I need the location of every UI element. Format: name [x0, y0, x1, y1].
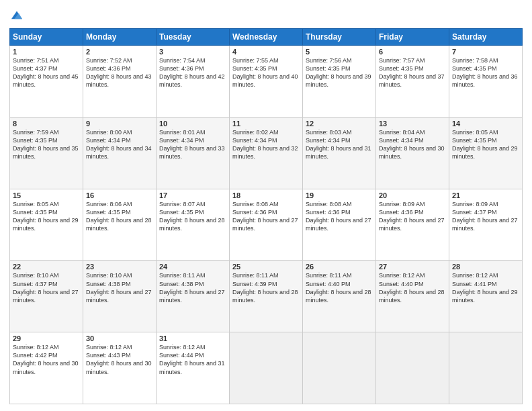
calendar-table: SundayMondayTuesdayWednesdayThursdayFrid…	[9, 28, 523, 404]
day-number: 22	[13, 263, 80, 271]
day-info: Sunrise: 8:02 AMSunset: 4:34 PMDaylight:…	[232, 128, 300, 161]
day-cell-26: 26Sunrise: 8:11 AMSunset: 4:40 PMDayligh…	[303, 261, 376, 332]
day-cell-5: 5Sunrise: 7:56 AMSunset: 4:35 PMDaylight…	[303, 46, 376, 118]
day-number: 30	[86, 334, 153, 342]
day-number: 7	[452, 48, 519, 56]
day-info: Sunrise: 8:04 AMSunset: 4:34 PMDaylight:…	[379, 128, 446, 161]
day-info: Sunrise: 7:55 AMSunset: 4:35 PMDaylight:…	[232, 56, 300, 89]
week-row-4: 22Sunrise: 8:10 AMSunset: 4:37 PMDayligh…	[10, 261, 523, 332]
day-info: Sunrise: 7:54 AMSunset: 4:36 PMDaylight:…	[159, 56, 226, 89]
day-number: 6	[379, 48, 446, 56]
day-cell-15: 15Sunrise: 8:05 AMSunset: 4:35 PMDayligh…	[10, 189, 83, 261]
day-number: 29	[13, 334, 80, 342]
day-info: Sunrise: 7:56 AMSunset: 4:35 PMDaylight:…	[306, 56, 373, 89]
page: SundayMondayTuesdayWednesdayThursdayFrid…	[0, 0, 532, 411]
day-info: Sunrise: 8:10 AMSunset: 4:38 PMDaylight:…	[86, 271, 153, 304]
day-info: Sunrise: 7:59 AMSunset: 4:35 PMDaylight:…	[13, 128, 80, 161]
weekday-header-sunday: Sunday	[10, 29, 83, 46]
day-cell-3: 3Sunrise: 7:54 AMSunset: 4:36 PMDaylight…	[157, 46, 230, 118]
day-number: 2	[86, 48, 153, 56]
day-number: 9	[86, 120, 153, 128]
day-cell-27: 27Sunrise: 8:12 AMSunset: 4:40 PMDayligh…	[376, 261, 449, 332]
week-row-5: 29Sunrise: 8:12 AMSunset: 4:42 PMDayligh…	[10, 332, 523, 404]
weekday-header-row: SundayMondayTuesdayWednesdayThursdayFrid…	[10, 29, 523, 46]
day-number: 21	[452, 191, 519, 199]
day-info: Sunrise: 8:00 AMSunset: 4:34 PMDaylight:…	[86, 128, 153, 161]
weekday-header-friday: Friday	[376, 29, 449, 46]
day-number: 1	[13, 48, 80, 56]
day-cell-31: 31Sunrise: 8:12 AMSunset: 4:44 PMDayligh…	[157, 332, 230, 404]
day-cell-11: 11Sunrise: 8:02 AMSunset: 4:34 PMDayligh…	[230, 117, 303, 189]
day-info: Sunrise: 8:06 AMSunset: 4:35 PMDaylight:…	[86, 200, 153, 233]
empty-cell	[449, 332, 523, 404]
empty-cell	[230, 332, 303, 404]
day-cell-12: 12Sunrise: 8:03 AMSunset: 4:34 PMDayligh…	[303, 117, 376, 189]
day-cell-16: 16Sunrise: 8:06 AMSunset: 4:35 PMDayligh…	[83, 189, 157, 261]
day-cell-2: 2Sunrise: 7:52 AMSunset: 4:36 PMDaylight…	[83, 46, 157, 118]
day-cell-8: 8Sunrise: 7:59 AMSunset: 4:35 PMDaylight…	[10, 117, 83, 189]
day-number: 4	[232, 48, 300, 56]
day-cell-25: 25Sunrise: 8:11 AMSunset: 4:39 PMDayligh…	[230, 261, 303, 332]
day-info: Sunrise: 8:05 AMSunset: 4:35 PMDaylight:…	[452, 128, 519, 161]
day-info: Sunrise: 8:05 AMSunset: 4:35 PMDaylight:…	[13, 200, 80, 233]
day-info: Sunrise: 8:07 AMSunset: 4:35 PMDaylight:…	[159, 200, 226, 233]
day-number: 14	[452, 120, 519, 128]
day-number: 12	[306, 120, 373, 128]
day-number: 15	[13, 191, 80, 199]
day-cell-13: 13Sunrise: 8:04 AMSunset: 4:34 PMDayligh…	[376, 117, 449, 189]
day-info: Sunrise: 7:57 AMSunset: 4:35 PMDaylight:…	[379, 56, 446, 89]
day-number: 16	[86, 191, 153, 199]
day-info: Sunrise: 7:52 AMSunset: 4:36 PMDaylight:…	[86, 56, 153, 89]
day-cell-29: 29Sunrise: 8:12 AMSunset: 4:42 PMDayligh…	[10, 332, 83, 404]
day-number: 24	[159, 263, 226, 271]
day-info: Sunrise: 8:11 AMSunset: 4:40 PMDaylight:…	[306, 271, 373, 304]
day-info: Sunrise: 8:12 AMSunset: 4:42 PMDaylight:…	[13, 343, 80, 376]
logo	[9, 8, 27, 23]
week-row-3: 15Sunrise: 8:05 AMSunset: 4:35 PMDayligh…	[10, 189, 523, 261]
day-number: 17	[159, 191, 226, 199]
day-number: 31	[159, 334, 226, 342]
day-cell-1: 1Sunrise: 7:51 AMSunset: 4:37 PMDaylight…	[10, 46, 83, 118]
day-info: Sunrise: 8:10 AMSunset: 4:37 PMDaylight:…	[13, 271, 80, 304]
day-number: 10	[159, 120, 226, 128]
empty-cell	[376, 332, 449, 404]
day-info: Sunrise: 7:58 AMSunset: 4:35 PMDaylight:…	[452, 56, 519, 89]
logo-icon	[9, 8, 24, 23]
day-cell-22: 22Sunrise: 8:10 AMSunset: 4:37 PMDayligh…	[10, 261, 83, 332]
day-cell-17: 17Sunrise: 8:07 AMSunset: 4:35 PMDayligh…	[157, 189, 230, 261]
day-cell-14: 14Sunrise: 8:05 AMSunset: 4:35 PMDayligh…	[449, 117, 523, 189]
day-number: 26	[306, 263, 373, 271]
weekday-header-thursday: Thursday	[303, 29, 376, 46]
day-number: 23	[86, 263, 153, 271]
day-cell-10: 10Sunrise: 8:01 AMSunset: 4:34 PMDayligh…	[157, 117, 230, 189]
day-info: Sunrise: 7:51 AMSunset: 4:37 PMDaylight:…	[13, 56, 80, 89]
day-info: Sunrise: 8:12 AMSunset: 4:40 PMDaylight:…	[379, 271, 446, 304]
day-cell-6: 6Sunrise: 7:57 AMSunset: 4:35 PMDaylight…	[376, 46, 449, 118]
weekday-header-tuesday: Tuesday	[157, 29, 230, 46]
day-cell-20: 20Sunrise: 8:09 AMSunset: 4:36 PMDayligh…	[376, 189, 449, 261]
day-number: 18	[232, 191, 300, 199]
day-info: Sunrise: 8:11 AMSunset: 4:39 PMDaylight:…	[232, 271, 300, 304]
day-cell-30: 30Sunrise: 8:12 AMSunset: 4:43 PMDayligh…	[83, 332, 157, 404]
day-number: 19	[306, 191, 373, 199]
day-number: 27	[379, 263, 446, 271]
day-info: Sunrise: 8:01 AMSunset: 4:34 PMDaylight:…	[159, 128, 226, 161]
day-cell-19: 19Sunrise: 8:08 AMSunset: 4:36 PMDayligh…	[303, 189, 376, 261]
day-cell-18: 18Sunrise: 8:08 AMSunset: 4:36 PMDayligh…	[230, 189, 303, 261]
weekday-header-monday: Monday	[83, 29, 157, 46]
day-cell-9: 9Sunrise: 8:00 AMSunset: 4:34 PMDaylight…	[83, 117, 157, 189]
day-info: Sunrise: 8:03 AMSunset: 4:34 PMDaylight:…	[306, 128, 373, 161]
day-cell-7: 7Sunrise: 7:58 AMSunset: 4:35 PMDaylight…	[449, 46, 523, 118]
day-cell-4: 4Sunrise: 7:55 AMSunset: 4:35 PMDaylight…	[230, 46, 303, 118]
day-number: 28	[452, 263, 519, 271]
day-info: Sunrise: 8:09 AMSunset: 4:36 PMDaylight:…	[379, 200, 446, 233]
day-number: 25	[232, 263, 300, 271]
day-number: 8	[13, 120, 80, 128]
day-info: Sunrise: 8:11 AMSunset: 4:38 PMDaylight:…	[159, 271, 226, 304]
day-info: Sunrise: 8:08 AMSunset: 4:36 PMDaylight:…	[232, 200, 300, 233]
week-row-2: 8Sunrise: 7:59 AMSunset: 4:35 PMDaylight…	[10, 117, 523, 189]
day-info: Sunrise: 8:09 AMSunset: 4:37 PMDaylight:…	[452, 200, 519, 233]
day-info: Sunrise: 8:12 AMSunset: 4:44 PMDaylight:…	[159, 343, 226, 376]
day-cell-24: 24Sunrise: 8:11 AMSunset: 4:38 PMDayligh…	[157, 261, 230, 332]
day-info: Sunrise: 8:12 AMSunset: 4:43 PMDaylight:…	[86, 343, 153, 376]
